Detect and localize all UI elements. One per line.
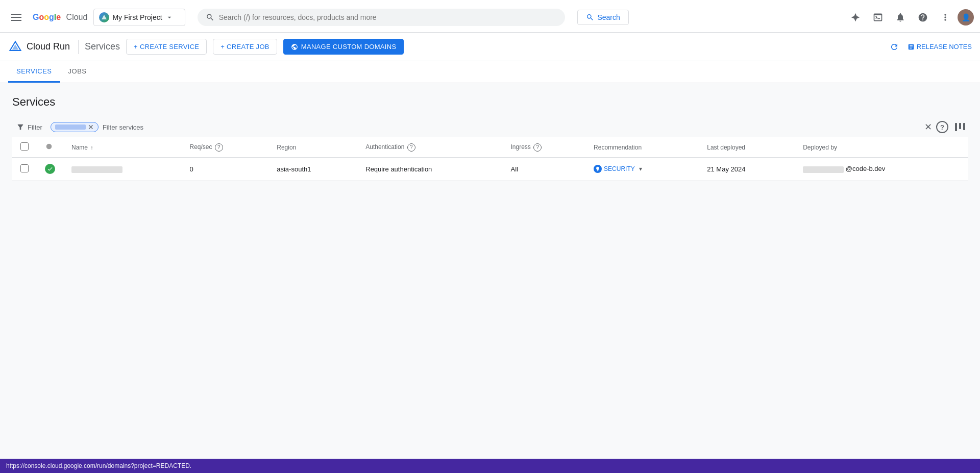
authentication-value: Require authentication (365, 165, 432, 173)
refresh-button[interactable] (885, 38, 903, 56)
cloud-run-logo: Cloud Run (8, 40, 79, 54)
clear-filter-button[interactable]: ✕ (924, 121, 932, 133)
create-job-label: + CREATE JOB (220, 43, 269, 51)
status-col-header (37, 137, 63, 158)
top-bar-right: 👤 (845, 7, 974, 28)
search-input[interactable] (219, 13, 557, 21)
status-bar: https://console.cloud.google.com/run/dom… (0, 459, 980, 464)
row-name-cell (63, 158, 181, 181)
logo-e: e (56, 13, 61, 21)
logo-g: G (33, 13, 39, 21)
service-name-link[interactable] (71, 165, 122, 172)
gemini-icon (850, 12, 861, 22)
more-menu-button[interactable] (935, 7, 955, 28)
security-badge-dropdown-arrow[interactable]: ▾ (639, 165, 642, 172)
cloud-text: Cloud (64, 13, 87, 22)
columns-toggle-button[interactable] (952, 121, 968, 133)
notifications-icon (895, 12, 905, 22)
user-avatar[interactable]: 👤 (958, 9, 974, 26)
search-bar-icon (206, 13, 214, 22)
ingress-help-icon[interactable]: ? (533, 143, 542, 152)
deployed-by-col-header: Deployed by (795, 137, 968, 158)
filter-placeholder-text: Filter services (103, 123, 143, 131)
filter-chip-value (55, 125, 86, 130)
status-indicator-icon (45, 142, 53, 151)
table-header: Name ↑ Req/sec ? Region Authentication ?… (12, 137, 968, 158)
name-sort-icon[interactable]: ↑ (90, 144, 93, 151)
filter-bar-right: ✕ ? (924, 121, 968, 133)
manage-custom-domains-button[interactable]: MANAGE CUSTOM DOMAINS (283, 39, 404, 55)
select-all-checkbox[interactable] (20, 142, 29, 151)
last-deployed-value: 21 May 2024 (707, 165, 745, 173)
authentication-header-label: Authentication (365, 143, 404, 151)
second-navigation-bar: Cloud Run Services + CREATE SERVICE + CR… (0, 33, 980, 61)
project-selector[interactable]: My First Project (93, 9, 185, 26)
row-deployed-by-cell: @code-b.dev (795, 158, 968, 181)
name-header-label: Name (71, 144, 88, 151)
logo-o1: o (39, 13, 44, 21)
filter-label: Filter (28, 123, 42, 131)
search-bar-container (198, 9, 565, 26)
svg-point-3 (46, 144, 52, 150)
create-service-button[interactable]: + CREATE SERVICE (126, 39, 207, 55)
top-bar-left: Google Cloud My First Project (6, 7, 185, 28)
terminal-button[interactable] (868, 7, 888, 28)
req-sec-value: 0 (189, 165, 193, 173)
deployed-by-header-label: Deployed by (803, 144, 837, 151)
deployed-by-domain: @code-b.dev (846, 165, 886, 172)
cloud-run-icon (8, 40, 22, 54)
authentication-col-header: Authentication ? (357, 137, 502, 158)
project-icon (99, 12, 109, 22)
tab-services[interactable]: SERVICES (8, 61, 60, 83)
col-icon-2 (959, 123, 961, 129)
row-checkbox[interactable] (20, 164, 29, 172)
row-recommendation-cell: SECURITY ▾ (585, 158, 699, 181)
page-section-label: Services (85, 41, 120, 52)
help-icon (918, 12, 928, 22)
create-job-button[interactable]: + CREATE JOB (213, 39, 277, 55)
logo-g2: g (49, 13, 54, 21)
ingress-col-header: Ingress ? (503, 137, 586, 158)
last-deployed-col-header: Last deployed (699, 137, 795, 158)
name-col-header: Name ↑ (63, 137, 181, 158)
services-table: Name ↑ Req/sec ? Region Authentication ?… (12, 137, 968, 181)
search-button-icon (586, 13, 594, 21)
reqsec-help-icon[interactable]: ? (215, 143, 223, 152)
row-ingress-cell: All (503, 158, 586, 181)
recommendation-col-header: Recommendation (585, 137, 699, 158)
region-col-header: Region (268, 137, 357, 158)
running-status-icon (47, 166, 53, 172)
row-status-cell (37, 158, 63, 181)
tab-jobs[interactable]: JOBS (60, 61, 95, 83)
region-value: asia-south1 (277, 165, 311, 173)
gemini-button[interactable] (845, 7, 866, 28)
release-notes-button[interactable]: RELEASE NOTES (908, 43, 972, 51)
more-icon (940, 12, 950, 22)
row-region-cell: asia-south1 (268, 158, 357, 181)
row-last-deployed-cell: 21 May 2024 (699, 158, 795, 181)
status-bar-url: https://console.cloud.google.com/run/dom… (6, 462, 191, 464)
filter-chip[interactable]: ✕ (51, 122, 99, 132)
filter-help-button[interactable]: ? (936, 121, 948, 133)
tabs-bar: SERVICES JOBS (0, 61, 980, 83)
page-title: Services (12, 95, 968, 109)
help-button[interactable] (913, 7, 933, 28)
region-header-label: Region (277, 144, 296, 151)
notifications-button[interactable] (890, 7, 911, 28)
filter-button[interactable]: Filter (12, 121, 46, 133)
search-button[interactable]: Search (577, 10, 628, 25)
security-recommendation: SECURITY ▾ (594, 165, 642, 173)
terminal-icon (873, 12, 883, 22)
authentication-help-icon[interactable]: ? (407, 143, 415, 152)
hamburger-menu-button[interactable] (6, 7, 27, 28)
deployed-by-redacted (803, 166, 844, 173)
dropdown-chevron-icon (165, 13, 174, 21)
manage-domains-icon (291, 43, 298, 51)
filter-chip-close-button[interactable]: ✕ (88, 123, 94, 131)
filter-bar: Filter ✕ Filter services ✕ ? (12, 117, 968, 137)
nav-right-actions: RELEASE NOTES (885, 38, 972, 56)
security-badge-link[interactable]: SECURITY (604, 165, 635, 172)
table-header-row: Name ↑ Req/sec ? Region Authentication ?… (12, 137, 968, 158)
status-indicator (45, 164, 55, 174)
search-button-label: Search (597, 13, 620, 21)
